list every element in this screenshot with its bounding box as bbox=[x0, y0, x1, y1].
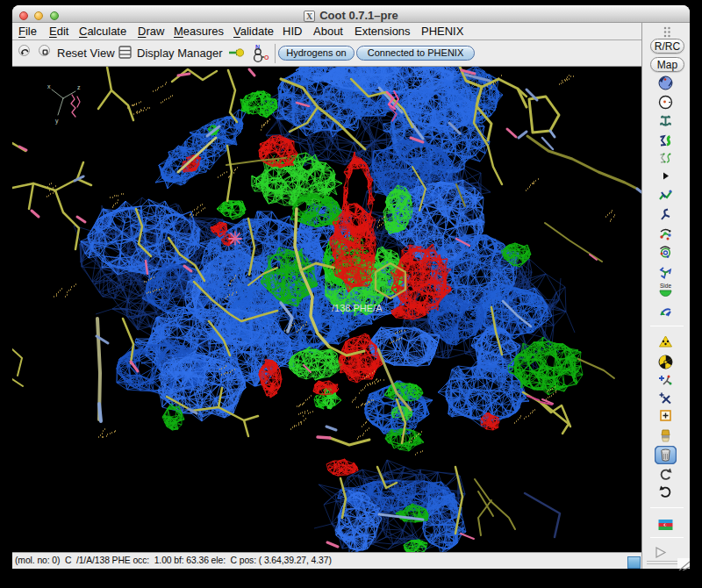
svg-text:x: x bbox=[47, 83, 51, 90]
svg-text:Side: Side bbox=[660, 283, 671, 289]
svg-text:y: y bbox=[55, 118, 59, 125]
svg-text:/138 PHE/A: /138 PHE/A bbox=[332, 303, 383, 313]
svg-text:O: O bbox=[264, 54, 269, 61]
svg-text:z: z bbox=[77, 84, 81, 90]
